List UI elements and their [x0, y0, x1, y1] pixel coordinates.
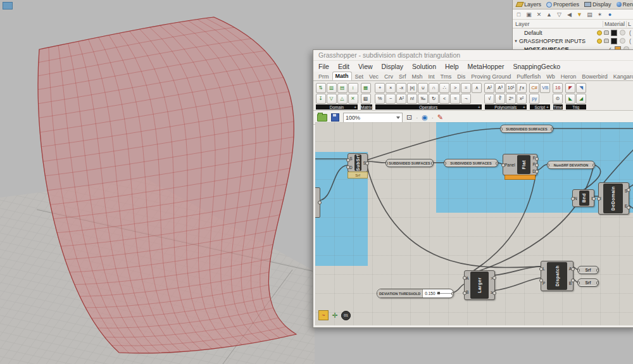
- group-label-operators[interactable]: Operators+: [375, 104, 482, 110]
- input-nub[interactable]: [500, 127, 503, 131]
- menu-edit[interactable]: Edit: [338, 63, 349, 70]
- tab-heron[interactable]: Heron: [558, 73, 579, 80]
- zoom-extents-icon[interactable]: ⊡: [406, 113, 412, 122]
- op-negate-icon[interactable]: -x: [396, 83, 406, 93]
- op-equals-icon[interactable]: =: [461, 83, 471, 93]
- output-nub[interactable]: [492, 291, 496, 295]
- csharp-icon[interactable]: C#: [529, 83, 539, 93]
- srf-param[interactable]: Srf: [577, 266, 599, 274]
- relay-subdivided-surfaces[interactable]: SUBDIVIDED SURFACES: [444, 159, 498, 167]
- move-up-icon[interactable]: ▲: [546, 11, 553, 18]
- output-nub[interactable]: [496, 161, 498, 165]
- tab-display[interactable]: Display: [582, 1, 613, 9]
- output-nub[interactable]: [451, 292, 454, 296]
- edge-component-stub[interactable]: [315, 187, 320, 218]
- component-flat[interactable]: Panel Flat F P D: [503, 154, 537, 175]
- component-dispatch[interactable]: L P Dispatch A B: [541, 261, 573, 291]
- component-subsrf[interactable]: S D SubSrf S: [348, 153, 368, 172]
- input-nub[interactable]: [346, 165, 350, 169]
- menu-solution[interactable]: Solution: [412, 63, 436, 70]
- tab-properties[interactable]: Properties: [544, 1, 581, 9]
- poly-power10-icon[interactable]: 10¹: [506, 83, 516, 93]
- relay-numsrf-deviation[interactable]: NumSRF DEVIATION: [547, 161, 595, 169]
- layer-material-icon[interactable]: [620, 30, 625, 35]
- new-layer-icon[interactable]: □: [515, 11, 522, 18]
- op-similarity-icon[interactable]: ∴: [439, 83, 449, 93]
- col-layer[interactable]: Layer: [513, 21, 603, 27]
- input-nub[interactable]: [547, 163, 549, 167]
- tab-curve[interactable]: Crv: [382, 73, 396, 80]
- input-nub[interactable]: [346, 158, 350, 162]
- input-nub[interactable]: [444, 161, 446, 165]
- op-modulus-icon[interactable]: %: [375, 94, 385, 104]
- preview-eye-icon[interactable]: ◉: [422, 113, 428, 122]
- op-intersection-icon[interactable]: ∩: [429, 83, 439, 93]
- trig-icon[interactable]: ◣: [565, 94, 575, 104]
- output-nub[interactable]: [596, 268, 599, 272]
- input-nub[interactable]: [501, 163, 505, 167]
- op-subtract-icon[interactable]: −: [385, 94, 396, 104]
- trig-icon[interactable]: ◥: [576, 83, 586, 93]
- trig-icon[interactable]: ◢: [576, 94, 586, 104]
- layer-row-grasshopper-inputs[interactable]: ▼ GRASSHOPPER INPUTS (: [513, 37, 633, 45]
- op-larger-icon[interactable]: >: [450, 83, 460, 93]
- grasshopper-canvas[interactable]: S D SubSrf S Srf SUBDIVIDED SURFACES SUB…: [315, 122, 633, 325]
- clock-icon[interactable]: ⊙: [553, 94, 563, 104]
- op-factorial-icon[interactable]: n!: [407, 94, 417, 104]
- vb-icon[interactable]: VB: [540, 83, 550, 93]
- matrix-icon[interactable]: ▧: [361, 94, 371, 104]
- group-label-domain[interactable]: Domain+: [316, 104, 358, 110]
- slider-track[interactable]: 0.150: [423, 289, 453, 298]
- slider-rail[interactable]: [437, 293, 451, 294]
- tab-display[interactable]: Dis: [454, 73, 468, 80]
- input-nub[interactable]: [539, 267, 543, 271]
- viewport-title-icon[interactable]: [3, 2, 13, 9]
- output-nub[interactable]: [535, 157, 539, 161]
- tab-vector[interactable]: Vec: [367, 73, 381, 80]
- move-down-icon[interactable]: ▽: [556, 11, 563, 18]
- output-nub[interactable]: [596, 281, 599, 285]
- domain-icon[interactable]: ↧: [316, 94, 326, 104]
- menu-view[interactable]: View: [358, 63, 373, 70]
- input-nub[interactable]: [539, 279, 543, 282]
- group-label-script[interactable]: Script+: [530, 104, 550, 110]
- help-icon[interactable]: ●: [606, 11, 613, 18]
- output-nub[interactable]: [492, 276, 496, 280]
- warning-balloon[interactable]: [505, 175, 536, 180]
- tab-rendering[interactable]: Rendering: [615, 1, 633, 9]
- domain-icon[interactable]: ↕: [348, 83, 358, 93]
- domain-icon[interactable]: ▥: [327, 83, 337, 93]
- domain-icon[interactable]: ▽: [327, 94, 337, 104]
- tab-params[interactable]: Prm: [316, 73, 332, 80]
- srf-param[interactable]: Srf: [577, 279, 599, 287]
- component-larger[interactable]: A B Larger > ≥: [464, 270, 495, 300]
- zoom-dropdown[interactable]: 100%: [343, 113, 403, 123]
- poly-fx-icon[interactable]: ƒx: [517, 83, 527, 93]
- tab-mesh[interactable]: Msh: [410, 73, 425, 80]
- tab-bowerbird[interactable]: Bowerbird: [579, 73, 610, 80]
- poly-cbrt-icon[interactable]: ∛: [495, 94, 505, 104]
- tab-wb[interactable]: Wb: [544, 73, 558, 80]
- copy-layer-icon[interactable]: ▣: [525, 11, 532, 18]
- python-icon[interactable]: py: [529, 94, 539, 104]
- input-nub[interactable]: [463, 291, 467, 295]
- layer-tools-icon[interactable]: ✶: [596, 11, 603, 18]
- tab-layers[interactable]: Layers: [515, 1, 543, 9]
- col-material[interactable]: Material: [603, 21, 626, 27]
- layer-color-swatch[interactable]: [611, 38, 617, 44]
- tab-pufferfish[interactable]: Pufferfish: [514, 73, 543, 80]
- op-similar-icon[interactable]: ≈: [450, 94, 460, 104]
- tab-kangaroo2[interactable]: Kangaroo2: [611, 73, 633, 80]
- tab-intersect[interactable]: Int: [426, 73, 437, 80]
- group-label-time[interactable]: Time: [553, 104, 563, 110]
- sketch-icon[interactable]: ✎: [437, 113, 443, 122]
- output-nub[interactable]: [535, 170, 539, 173]
- output-nub[interactable]: [592, 197, 596, 201]
- subsrf-tag[interactable]: Srf: [348, 172, 368, 179]
- match-layer-icon[interactable]: ▤: [586, 11, 593, 18]
- delete-layer-icon[interactable]: ✕: [536, 11, 542, 18]
- tab-transform[interactable]: Trns: [438, 73, 454, 80]
- layer-on-icon[interactable]: [597, 39, 602, 44]
- op-multiply-icon[interactable]: ×: [385, 83, 396, 93]
- poly-log-icon[interactable]: x²: [517, 94, 527, 104]
